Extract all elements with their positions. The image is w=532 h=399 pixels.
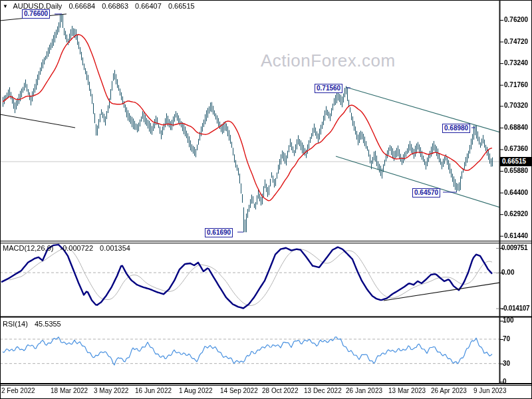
date-label: 16 Jun 2022	[135, 387, 172, 394]
price-level-label: 0.71560	[315, 84, 342, 93]
price-axis-label: 0.68840	[504, 124, 528, 131]
date-label: 13 Dec 2022	[304, 387, 342, 394]
rsi-indicator-label: RSI(14) 45.5355	[3, 320, 61, 328]
price-axis-label: 0.74720	[504, 38, 528, 45]
macd-axis-label: 0.009751	[501, 244, 527, 251]
low-value: 0.66407	[135, 2, 162, 10]
price-axis-label: 0.64400	[504, 189, 528, 196]
macd-axis-label: -0.014107	[501, 305, 529, 312]
open-value: 0.66684	[68, 2, 95, 10]
price-axis-label: 0.67360	[504, 145, 528, 152]
price-level-label: 0.76600	[22, 9, 50, 19]
price-level-label: 0.61690	[205, 228, 233, 237]
close-value: 0.66515	[168, 2, 195, 10]
macd-indicator-label: MACD(12,26,9) -0.000722 0.001354	[3, 244, 130, 252]
rsi-axis-label: 70	[503, 335, 510, 342]
date-label: 2 Feb 2022	[1, 387, 35, 394]
macd-signal-value: 0.001354	[100, 244, 130, 252]
macd-main-value: -0.000722	[60, 244, 93, 252]
price-axis-label: 0.71760	[504, 81, 528, 88]
date-label: 18 Mar 2022	[51, 387, 88, 394]
price-axis-label: 0.61440	[504, 232, 528, 239]
chart-window: ActionForex.com ▼ AUDUSD,Daily 0.66684 0…	[0, 0, 532, 399]
date-label: 28 Oct 2022	[262, 387, 298, 394]
rsi-axis-label: 30	[503, 360, 510, 367]
price-axis-label: 0.73240	[504, 59, 528, 66]
high-value: 0.66863	[102, 2, 128, 10]
price-level-label: 0.64570	[412, 188, 440, 198]
date-label: 9 Jun 2023	[473, 387, 507, 394]
date-label: 13 Mar 2023	[388, 387, 426, 394]
price-axis-label: 0.62920	[504, 210, 528, 217]
collapse-toggle-icon[interactable]: ▼	[3, 3, 8, 9]
price-axis-label: 0.65880	[504, 167, 528, 174]
date-label: 3 May 2022	[94, 387, 128, 394]
date-label: 14 Sep 2022	[220, 387, 258, 394]
date-label: 26 Jan 2023	[346, 387, 382, 394]
chart-canvas	[0, 0, 532, 399]
current-price-tag: 0.66515	[500, 157, 532, 166]
price-level-label: 0.68980	[442, 124, 470, 133]
rsi-value: 45.5355	[35, 320, 61, 328]
rsi-name: RSI(14)	[3, 320, 28, 328]
date-label: 1 Aug 2022	[179, 387, 213, 394]
date-label: 26 Apr 2023	[431, 387, 467, 394]
macd-name: MACD(12,26,9)	[3, 244, 53, 252]
price-axis-label: 0.70320	[504, 102, 528, 109]
macd-axis-label: 0.00	[501, 269, 514, 276]
rsi-axis-label: 100	[503, 317, 514, 324]
price-axis-label: 0.76200	[504, 16, 528, 23]
rsi-axis-label: 0	[503, 378, 507, 385]
